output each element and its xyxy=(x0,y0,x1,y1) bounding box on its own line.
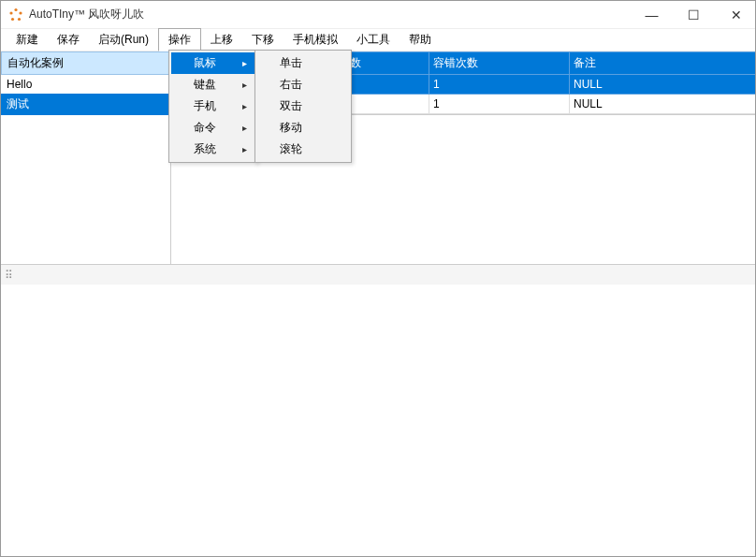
dd-label: 手机 xyxy=(194,98,216,114)
svg-point-2 xyxy=(18,17,21,20)
menu-phone-sim[interactable]: 手机模拟 xyxy=(284,29,347,51)
cell: 1 xyxy=(429,75,570,95)
menu-tools[interactable]: 小工具 xyxy=(347,29,400,51)
dd-double-click[interactable]: 双击 xyxy=(257,95,349,117)
menu-new[interactable]: 新建 xyxy=(7,29,48,51)
dd-mouse[interactable]: 鼠标 ▸ xyxy=(171,52,254,74)
sidebar-header: 自动化案例 xyxy=(1,51,170,75)
dd-command[interactable]: 命令 ▸ xyxy=(171,117,254,139)
cell: 1 xyxy=(429,95,570,114)
dd-move[interactable]: 移动 xyxy=(257,117,349,139)
dd-label: 系统 xyxy=(194,141,216,157)
menu-run[interactable]: 启动(Run) xyxy=(89,29,158,51)
window-title: AutoTIny™ 风吹呀儿吹 xyxy=(29,7,144,22)
dd-scroll[interactable]: 滚轮 xyxy=(257,139,349,160)
statusbar: ⠿ xyxy=(1,264,756,285)
dd-click[interactable]: 单击 xyxy=(257,52,349,74)
dd-label: 滚轮 xyxy=(280,141,302,157)
menu-help[interactable]: 帮助 xyxy=(400,29,441,51)
dd-phone[interactable]: 手机 ▸ xyxy=(171,95,254,117)
sidebar: 自动化案例 Hello 测试 xyxy=(1,51,171,264)
chevron-right-icon: ▸ xyxy=(242,80,247,90)
minimize-button[interactable]: — xyxy=(631,1,673,28)
menubar: 新建 保存 启动(Run) 操作 上移 下移 手机模拟 小工具 帮助 xyxy=(1,29,756,51)
svg-point-0 xyxy=(14,7,17,10)
chevron-right-icon: ▸ xyxy=(242,123,247,133)
col-remark[interactable]: 备注 xyxy=(570,52,757,75)
dd-label: 双击 xyxy=(280,98,302,114)
svg-point-3 xyxy=(11,17,14,20)
svg-point-4 xyxy=(9,11,12,14)
cell: NULL xyxy=(570,95,757,114)
titlebar: AutoTIny™ 风吹呀儿吹 — ☐ ✕ xyxy=(1,1,756,29)
chevron-right-icon: ▸ xyxy=(242,101,247,111)
dropdown-mouse-sub: 单击 右击 双击 移动 滚轮 xyxy=(254,50,352,163)
menu-move-up[interactable]: 上移 xyxy=(201,29,242,51)
dd-right-click[interactable]: 右击 xyxy=(257,74,349,95)
cell: NULL xyxy=(570,75,757,95)
sidebar-item-0[interactable]: Hello xyxy=(1,75,170,94)
dd-keyboard[interactable]: 键盘 ▸ xyxy=(171,74,254,95)
menu-move-down[interactable]: 下移 xyxy=(242,29,284,51)
status-grip: ⠿ xyxy=(5,269,13,282)
svg-point-1 xyxy=(19,11,22,14)
menu-save[interactable]: 保存 xyxy=(48,29,89,51)
dd-label: 移动 xyxy=(280,120,302,136)
dd-label: 鼠标 xyxy=(194,55,216,71)
menu-operate[interactable]: 操作 xyxy=(158,28,201,51)
dd-label: 命令 xyxy=(194,120,216,136)
chevron-right-icon: ▸ xyxy=(242,144,247,154)
sidebar-item-1[interactable]: 测试 xyxy=(1,94,170,115)
col-error-tolerance[interactable]: 容错次数 xyxy=(429,52,570,75)
dropdown-operate: 鼠标 ▸ 键盘 ▸ 手机 ▸ 命令 ▸ 系统 ▸ xyxy=(168,50,257,163)
dd-label: 单击 xyxy=(280,55,302,71)
dd-label: 键盘 xyxy=(194,77,216,93)
app-icon xyxy=(8,7,23,22)
close-button[interactable]: ✕ xyxy=(715,1,756,28)
maximize-button[interactable]: ☐ xyxy=(673,1,715,28)
dd-label: 右击 xyxy=(280,77,302,93)
dd-system[interactable]: 系统 ▸ xyxy=(171,139,254,160)
chevron-right-icon: ▸ xyxy=(242,58,247,68)
